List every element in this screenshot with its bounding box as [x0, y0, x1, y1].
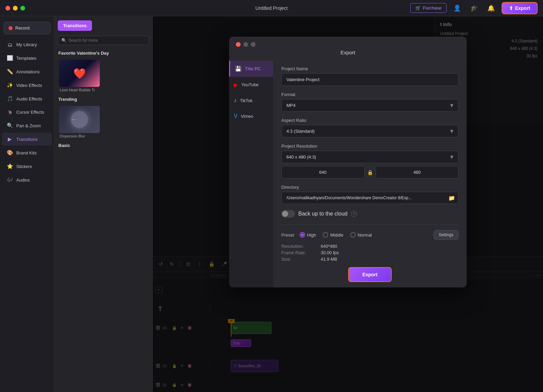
- radio-high[interactable]: High: [300, 232, 316, 238]
- frame-rate-detail-value: 30.00 fps: [321, 250, 339, 255]
- app-title: Untitled Project: [256, 5, 288, 11]
- export-main-button[interactable]: ⬆ Export: [502, 2, 538, 14]
- modal-nav-tiktok[interactable]: ♪ TikTok: [229, 93, 273, 108]
- sidebar-item-pan-zoom[interactable]: 🔍 Pan & Zoom: [2, 119, 52, 132]
- export-button[interactable]: Export: [348, 267, 392, 282]
- directory-input[interactable]: [281, 192, 458, 204]
- modal-nav-vimeo[interactable]: V Vimeo: [229, 108, 273, 124]
- transition-thumb-blur: ←: [59, 106, 100, 133]
- radio-middle-label: Middle: [330, 232, 343, 238]
- title-bar: Untitled Project 🛒 Purchase 👤 🎓 🔔 ⬆ Expo…: [0, 0, 543, 16]
- radio-group: High Middle Normal: [300, 232, 372, 238]
- account-button[interactable]: 👤: [451, 3, 464, 13]
- close-button[interactable]: [5, 6, 10, 11]
- modal-maximize-button[interactable]: [251, 42, 256, 47]
- aspect-ratio-select[interactable]: 4:3 (Standard) 16:9 (Widescreen) 1:1 (Sq…: [281, 125, 458, 137]
- radio-normal-circle: [350, 232, 356, 238]
- radio-normal[interactable]: Normal: [350, 232, 372, 238]
- form-group-format: Format MP4 MOV AVI ▼: [281, 92, 458, 112]
- minimize-button[interactable]: [13, 6, 18, 11]
- preset-row: Preset High: [281, 230, 458, 240]
- modal-nav-youtube[interactable]: ▶ YouTube: [229, 77, 273, 93]
- this-pc-icon: 💾: [235, 66, 242, 72]
- sidebar-item-audio-effects[interactable]: 🎵 Audio Effects: [2, 92, 52, 105]
- sidebar-item-brand-kits[interactable]: 🎨 Brand Kits: [2, 146, 52, 159]
- record-label: Record: [15, 25, 30, 31]
- traffic-lights: [5, 6, 25, 11]
- modal-nav-this-pc[interactable]: 💾 This PC: [229, 61, 273, 77]
- radio-high-label: High: [307, 232, 316, 238]
- modal-nav-label-youtube: YouTube: [241, 82, 259, 87]
- sidebar-item-stickers[interactable]: ⭐ Stickers: [2, 160, 52, 173]
- project-name-input[interactable]: [281, 73, 458, 86]
- modal-overlay: Export 💾 This PC ▶ YouTube: [153, 16, 543, 392]
- sidebar-item-annotations[interactable]: ✏️ Annotations: [2, 65, 52, 78]
- radio-middle[interactable]: Middle: [323, 232, 343, 238]
- sidebar-label-templates: Templates: [16, 56, 36, 61]
- frame-rate-detail-label: Frame Rate:: [281, 250, 315, 255]
- transition-name-heart: Love Heart Bubble Tr: [59, 88, 100, 92]
- record-button[interactable]: Record: [3, 22, 51, 34]
- search-icon: 🔍: [61, 38, 67, 43]
- sidebar-item-my-library[interactable]: 🗂 My Library: [2, 38, 52, 51]
- format-select[interactable]: MP4 MOV AVI: [281, 99, 458, 112]
- sidebar-label-video-effects: Video Effects: [16, 83, 42, 88]
- directory-wrapper: 📁: [281, 192, 458, 204]
- search-input[interactable]: [69, 38, 145, 43]
- brand-kits-icon: 🎨: [7, 150, 13, 156]
- purchase-button[interactable]: 🛒 Purchase: [410, 3, 447, 13]
- preset-details: Resolution: 640*480 Frame Rate: 30.00 fp…: [281, 244, 458, 262]
- modal-nav-label-vimeo: Vimeo: [241, 114, 254, 119]
- radio-high-circle: [300, 232, 305, 238]
- title-actions: 🛒 Purchase 👤 🎓 🔔 ⬆ Export: [410, 2, 538, 14]
- favorite-section-label: Favorite Valentine's Day: [54, 49, 152, 57]
- form-group-directory: Directory 📁: [281, 185, 458, 204]
- transitions-tab[interactable]: Transitions: [58, 20, 92, 31]
- sidebar-item-transitions[interactable]: ▶ Transitions: [2, 133, 52, 146]
- height-input[interactable]: [376, 166, 459, 179]
- tutorial-button[interactable]: 🎓: [468, 3, 481, 13]
- transitions-icon: ▶: [7, 136, 13, 142]
- preset-detail-resolution: Resolution: 640*480: [281, 244, 458, 249]
- sidebar-item-video-effects[interactable]: ✨ Video Effects: [2, 79, 52, 92]
- sidebar-label-audio-effects: Audio Effects: [16, 96, 42, 101]
- sidebar-label-transitions: Transitions: [16, 137, 38, 142]
- modal-minimize-button[interactable]: [243, 42, 248, 47]
- sidebar-item-templates[interactable]: ⬜ Templates: [2, 52, 52, 64]
- audio-effects-icon: 🎵: [7, 96, 13, 102]
- transition-card-blur[interactable]: ← Dispersion Blur: [59, 106, 100, 138]
- video-effects-icon: ✨: [7, 82, 13, 88]
- width-input[interactable]: [281, 166, 364, 179]
- modal-main-form: Project Name Format MP4 MOV AVI: [273, 61, 467, 287]
- sidebar-item-audios[interactable]: 🎶 Audios: [2, 173, 52, 186]
- sidebar-label-cursor-effects: Cursor Effects: [16, 110, 44, 115]
- preset-section: Preset High: [281, 224, 458, 282]
- transition-card-heart[interactable]: ❤️ Love Heart Bubble Tr: [59, 60, 100, 92]
- templates-icon: ⬜: [7, 55, 13, 61]
- modal-close-button[interactable]: [236, 42, 241, 47]
- cart-icon: 🛒: [415, 5, 421, 11]
- sidebar-label-brand-kits: Brand Kits: [16, 150, 37, 155]
- resolution-select-wrapper: 640 x 480 (4:3) 1280 x 720 (HD) 1920 x 1…: [281, 151, 458, 163]
- stickers-icon: ⭐: [7, 163, 13, 169]
- transition-thumb-heart: ❤️: [59, 60, 100, 87]
- sidebar-item-cursor-effects[interactable]: 🖱 Cursor Effects: [2, 106, 52, 118]
- transitions-panel: Transitions 🔍 Favorite Valentine's Day ❤…: [54, 16, 153, 392]
- directory-label: Directory: [281, 185, 458, 190]
- preset-controls: Preset High: [281, 232, 372, 238]
- upload-icon: ⬆: [509, 5, 513, 11]
- cloud-backup-label: Back up to the cloud: [298, 211, 348, 217]
- annotations-icon: ✏️: [7, 69, 13, 75]
- resolution-inputs: 🔒: [281, 166, 458, 179]
- cloud-toggle[interactable]: [281, 210, 295, 218]
- sidebar-label-annotations: Annotations: [16, 69, 40, 74]
- settings-button[interactable]: Settings: [434, 230, 458, 240]
- radio-middle-circle: [323, 232, 328, 238]
- notifications-button[interactable]: 🔔: [485, 3, 498, 13]
- help-icon[interactable]: ?: [351, 211, 357, 217]
- folder-icon[interactable]: 📁: [448, 195, 455, 201]
- modal-nav-label-tiktok: TikTok: [240, 98, 252, 103]
- youtube-icon: ▶: [234, 81, 238, 88]
- maximize-button[interactable]: [20, 6, 25, 11]
- resolution-select[interactable]: 640 x 480 (4:3) 1280 x 720 (HD) 1920 x 1…: [281, 151, 458, 163]
